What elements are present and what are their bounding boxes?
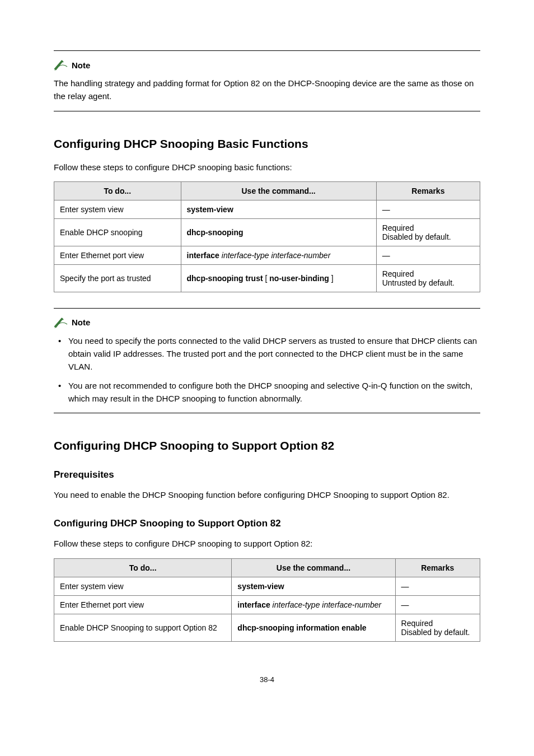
separator-1 xyxy=(54,111,480,111)
table-row: Enter Ethernet port view interface inter… xyxy=(54,595,480,614)
cell-cmd: interface interface-type interface-numbe… xyxy=(232,595,395,614)
heading-basic-functions: Configuring DHCP Snooping Basic Function… xyxy=(54,137,480,151)
cell-todo: Enable DHCP Snooping to support Option 8… xyxy=(54,614,232,641)
separator-top xyxy=(54,50,480,51)
note-icon xyxy=(54,59,68,71)
cmd-arg: interface-type interface-number xyxy=(219,251,330,260)
cell-cmd: dhcp-snooping xyxy=(181,218,376,246)
table-row: Specify the port as trusted dhcp-snoopin… xyxy=(54,264,480,292)
note-block-2: Note xyxy=(54,316,480,329)
col-todo: To do... xyxy=(54,558,232,577)
note-block-1: Note xyxy=(54,59,480,71)
note-text-1: The handling strategy and padding format… xyxy=(54,77,480,103)
separator-3 xyxy=(54,413,480,413)
page-number: 38-4 xyxy=(54,675,480,684)
cell-remarks: Required Disabled by default. xyxy=(376,218,480,246)
cell-remarks: — xyxy=(376,200,480,218)
cmd-kw: interface xyxy=(237,600,270,609)
note-icon xyxy=(54,316,68,329)
col-remarks: Remarks xyxy=(395,558,480,577)
cell-remarks: — xyxy=(395,577,480,595)
cell-cmd: system-view xyxy=(232,577,395,595)
cell-todo: Specify the port as trusted xyxy=(54,264,181,292)
cell-todo: Enable DHCP snooping xyxy=(54,218,181,246)
note-bullets: You need to specify the ports connected … xyxy=(54,334,480,405)
cell-todo: Enter system view xyxy=(54,577,232,595)
list-item: You are not recommended to configure bot… xyxy=(54,379,480,405)
cell-remarks: Required Untrusted by default. xyxy=(376,264,480,292)
cmd-bracket: [ xyxy=(263,274,270,283)
col-todo: To do... xyxy=(54,181,181,200)
cell-remarks: Required Disabled by default. xyxy=(395,614,480,641)
list-item: You need to specify the ports connected … xyxy=(54,334,480,374)
table-option82: To do... Use the command... Remarks Ente… xyxy=(54,558,480,642)
cmd-bracket2: ] xyxy=(329,274,334,283)
table-basic-functions: To do... Use the command... Remarks Ente… xyxy=(54,181,480,292)
table-row: Enter Ethernet port view interface inter… xyxy=(54,246,480,264)
cell-todo: Enter Ethernet port view xyxy=(54,595,232,614)
cmd-kw2: no-user-binding xyxy=(269,274,329,283)
cmd-arg: interface-type interface-number xyxy=(270,600,381,609)
cell-todo: Enter Ethernet port view xyxy=(54,246,181,264)
table-row: Enter system view system-view — xyxy=(54,577,480,595)
cell-cmd: system-view xyxy=(181,200,376,218)
table-row: Enter system view system-view — xyxy=(54,200,480,218)
lead-option82: Follow these steps to configure DHCP sno… xyxy=(54,537,480,550)
col-command: Use the command... xyxy=(181,181,376,200)
cell-cmd: interface interface-type interface-numbe… xyxy=(181,246,376,264)
cell-remarks: — xyxy=(376,246,480,264)
note-label: Note xyxy=(72,60,90,70)
cmd-kw: interface xyxy=(187,251,219,260)
lead-basic: Follow these steps to configure DHCP sno… xyxy=(54,161,480,174)
cell-todo: Enter system view xyxy=(54,200,181,218)
separator-2 xyxy=(54,308,480,309)
subheading-config: Configuring DHCP Snooping to Support Opt… xyxy=(54,518,480,529)
table-row: Enable DHCP Snooping to support Option 8… xyxy=(54,614,480,641)
heading-option82: Configuring DHCP Snooping to Support Opt… xyxy=(54,439,480,452)
cell-cmd: dhcp-snooping trust [ no-user-binding ] xyxy=(181,264,376,292)
cmd-kw: dhcp-snooping trust xyxy=(187,274,263,283)
note-label: Note xyxy=(72,318,90,327)
prereq-text: You need to enable the DHCP Snooping fun… xyxy=(54,488,480,501)
col-remarks: Remarks xyxy=(376,181,480,200)
cell-remarks: — xyxy=(395,595,480,614)
col-command: Use the command... xyxy=(232,558,395,577)
subheading-prereq: Prerequisites xyxy=(54,469,480,480)
cell-cmd: dhcp-snooping information enable xyxy=(232,614,395,641)
table-row: Enable DHCP snooping dhcp-snooping Requi… xyxy=(54,218,480,246)
